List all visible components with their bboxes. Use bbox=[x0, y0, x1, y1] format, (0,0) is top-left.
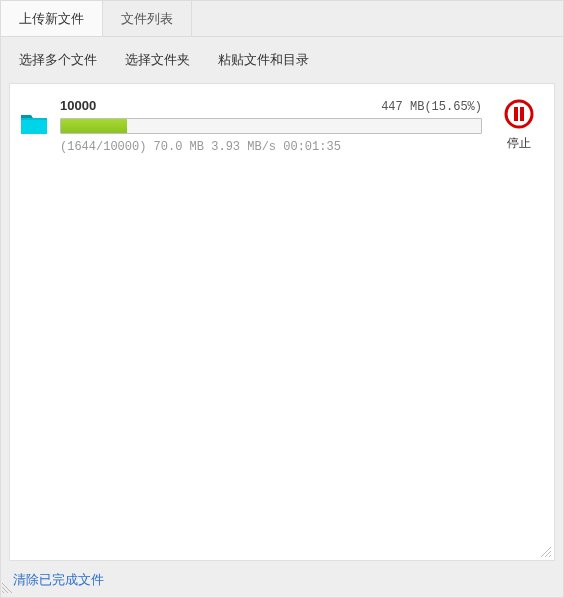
toolbar: 选择多个文件 选择文件夹 粘贴文件和目录 bbox=[1, 37, 563, 83]
upload-dialog: 上传新文件 文件列表 选择多个文件 选择文件夹 粘贴文件和目录 10000 44… bbox=[0, 0, 564, 598]
select-folder-button[interactable]: 选择文件夹 bbox=[125, 51, 190, 69]
select-multiple-files-button[interactable]: 选择多个文件 bbox=[19, 51, 97, 69]
upload-stats: (1644/10000) 70.0 MB 3.93 MB/s 00:01:35 bbox=[60, 140, 482, 154]
svg-line-5 bbox=[549, 555, 551, 557]
svg-line-8 bbox=[2, 591, 4, 593]
upload-list: 10000 447 MB(15.65%) (1644/10000) 70.0 M… bbox=[9, 83, 555, 561]
tab-file-list[interactable]: 文件列表 bbox=[103, 1, 192, 36]
folder-icon bbox=[20, 112, 48, 136]
pause-label: 停止 bbox=[494, 135, 544, 152]
paste-paths-button[interactable]: 粘贴文件和目录 bbox=[218, 51, 309, 69]
footer: 清除已完成文件 bbox=[1, 561, 563, 597]
upload-size-text: 447 MB(15.65%) bbox=[381, 100, 482, 114]
upload-actions: 停止 bbox=[494, 98, 544, 152]
dialog-resize-handle[interactable] bbox=[2, 581, 14, 596]
content-resize-handle[interactable] bbox=[538, 544, 552, 558]
svg-rect-1 bbox=[514, 107, 518, 121]
pause-button[interactable] bbox=[503, 98, 535, 133]
upload-name: 10000 bbox=[60, 98, 96, 113]
clear-completed-link[interactable]: 清除已完成文件 bbox=[13, 572, 104, 587]
pause-icon bbox=[503, 98, 535, 130]
progress-bar bbox=[60, 118, 482, 134]
svg-point-0 bbox=[506, 101, 532, 127]
upload-item: 10000 447 MB(15.65%) (1644/10000) 70.0 M… bbox=[10, 84, 554, 168]
tab-upload-new[interactable]: 上传新文件 bbox=[1, 1, 103, 36]
tab-bar: 上传新文件 文件列表 bbox=[1, 1, 563, 37]
upload-details: 10000 447 MB(15.65%) (1644/10000) 70.0 M… bbox=[60, 98, 482, 154]
svg-rect-2 bbox=[520, 107, 524, 121]
progress-fill bbox=[61, 119, 127, 133]
